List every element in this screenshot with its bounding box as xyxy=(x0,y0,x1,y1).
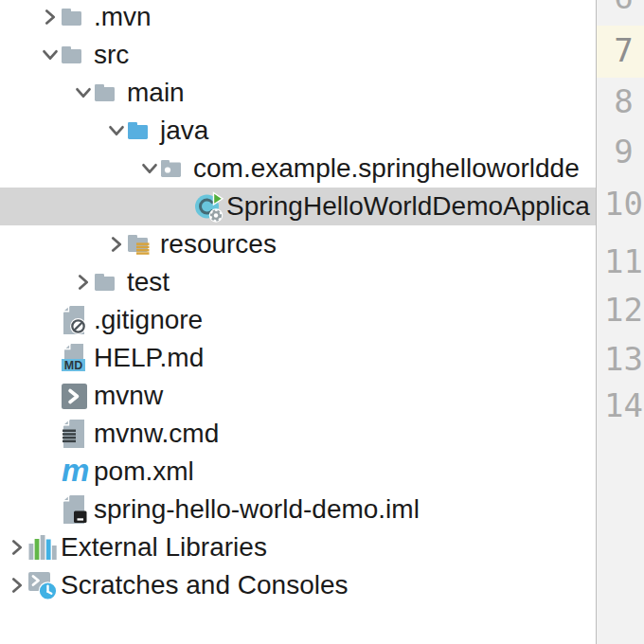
tree-item-label: resources xyxy=(160,229,278,259)
line-number-13[interactable]: 13 xyxy=(597,343,644,375)
chevron-spacer xyxy=(35,301,62,339)
tree-item-label: main xyxy=(127,78,187,108)
chevron-spacer xyxy=(35,491,62,528)
tree-item-label: .mvn xyxy=(94,2,153,32)
editor-gutter: 67891011121314 xyxy=(596,0,644,644)
tree-item-package-com-example[interactable]: com.example.springhelloworldde xyxy=(0,150,596,188)
tree-item-label: HELP.md xyxy=(94,343,206,373)
maven-icon: m xyxy=(62,453,94,491)
tree-item-label: spring-hello-world-demo.iml xyxy=(94,494,421,525)
chevron-right-icon[interactable] xyxy=(2,528,28,566)
chevron-right-icon[interactable] xyxy=(35,0,62,36)
tree-item-help-md-file[interactable]: MDHELP.md xyxy=(0,339,596,377)
module-file-icon xyxy=(62,491,94,528)
chevron-spacer xyxy=(35,453,62,491)
tree-item-external-libraries[interactable]: External Libraries xyxy=(0,528,596,566)
chevron-down-icon[interactable] xyxy=(134,150,161,188)
tree-item-label: pom.xml xyxy=(94,456,196,487)
chevron-right-icon[interactable] xyxy=(2,566,28,604)
tree-item-java-source-folder[interactable]: java xyxy=(0,112,596,150)
folder-icon xyxy=(62,36,94,74)
line-number-14[interactable]: 14 xyxy=(597,389,644,421)
line-number-8[interactable]: 8 xyxy=(597,85,644,117)
java-source-folder-icon xyxy=(128,112,160,150)
line-number-7[interactable]: 7 xyxy=(597,34,644,66)
tree-item-label: com.example.springhelloworldde xyxy=(193,153,581,184)
tree-item-scratches-and-consoles[interactable]: Scratches and Consoles xyxy=(0,566,596,604)
svg-text:MD: MD xyxy=(64,359,82,372)
tree-item-test-folder[interactable]: test xyxy=(0,263,596,301)
chevron-right-icon[interactable] xyxy=(101,225,128,263)
external-libraries-icon xyxy=(28,528,61,566)
tree-item-mvnw-file[interactable]: mvnw xyxy=(0,377,596,415)
line-number-11[interactable]: 11 xyxy=(597,245,644,277)
markdown-file-icon: MD xyxy=(62,339,94,377)
line-number-6[interactable]: 6 xyxy=(597,0,644,13)
package-icon xyxy=(161,150,193,188)
tree-item-gitignore-file[interactable]: .gitignore xyxy=(0,301,596,339)
tree-item-mvn-folder[interactable]: .mvn xyxy=(0,0,596,36)
line-number-12[interactable]: 12 xyxy=(597,294,644,326)
chevron-spacer xyxy=(35,339,62,377)
chevron-spacer xyxy=(35,377,62,415)
tree-item-src-folder[interactable]: src xyxy=(0,36,596,74)
tree-item-label: src xyxy=(94,40,131,70)
project-tree: .mvn src main java com.example.springhel… xyxy=(0,0,596,604)
tree-item-spring-application-class[interactable]: SpringHelloWorldDemoApplica xyxy=(0,188,596,225)
shell-file-icon xyxy=(62,377,94,415)
line-number-9[interactable]: 9 xyxy=(597,135,644,168)
chevron-down-icon[interactable] xyxy=(35,36,62,74)
line-number-10[interactable]: 10 xyxy=(597,188,644,220)
chevron-spacer xyxy=(35,415,62,453)
tree-item-label: SpringHelloWorldDemoApplica xyxy=(226,191,592,222)
resources-folder-icon xyxy=(128,225,160,263)
tree-item-label: .gitignore xyxy=(94,305,205,335)
scratches-consoles-icon xyxy=(28,566,61,604)
tree-item-mvnw-cmd-file[interactable]: mvnw.cmd xyxy=(0,415,596,453)
folder-icon xyxy=(62,0,94,36)
folder-icon xyxy=(95,263,127,301)
chevron-down-icon[interactable] xyxy=(68,74,95,112)
chevron-down-icon[interactable] xyxy=(101,112,128,150)
tree-item-label: test xyxy=(127,267,171,297)
tree-item-label: java xyxy=(160,116,210,146)
chevron-right-icon[interactable] xyxy=(68,263,95,301)
ignored-file-icon xyxy=(62,301,94,339)
tree-item-module-iml-file[interactable]: spring-hello-world-demo.iml xyxy=(0,491,596,528)
spring-boot-run-icon xyxy=(194,188,226,225)
tree-item-label: External Libraries xyxy=(61,532,269,563)
tree-item-main-folder[interactable]: main xyxy=(0,74,596,112)
chevron-spacer xyxy=(168,188,194,225)
ide-window: .mvn src main java com.example.springhel… xyxy=(0,0,644,644)
text-file-icon xyxy=(62,415,94,453)
maven-m-glyph: m xyxy=(62,455,89,486)
tree-item-label: Scratches and Consoles xyxy=(61,570,350,600)
tree-item-label: mvnw xyxy=(94,381,165,411)
tree-item-resources-folder[interactable]: resources xyxy=(0,225,596,263)
tree-item-label: mvnw.cmd xyxy=(94,419,221,449)
tree-item-pom-xml-file[interactable]: mpom.xml xyxy=(0,453,596,491)
folder-icon xyxy=(95,74,127,112)
